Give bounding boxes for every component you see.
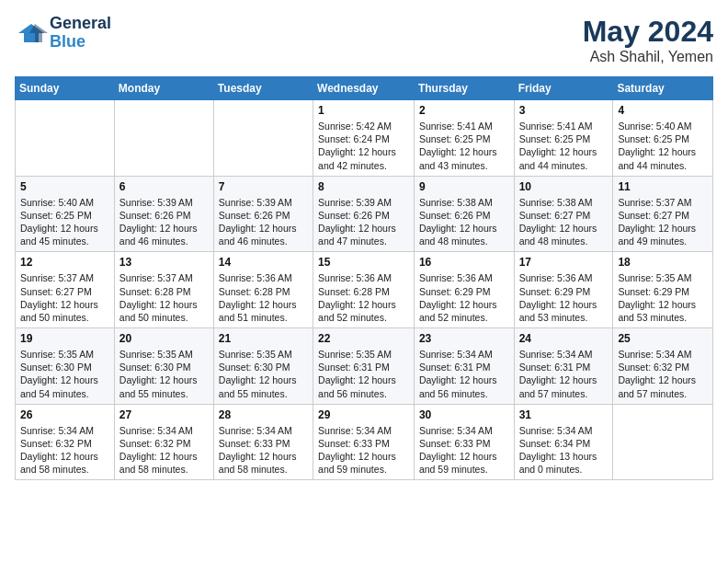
calendar-cell (213, 100, 313, 177)
day-number: 18 (618, 256, 708, 269)
day-number: 15 (318, 256, 409, 269)
day-info: Sunrise: 5:35 AMSunset: 6:29 PMDaylight:… (618, 271, 708, 324)
day-number: 6 (119, 180, 209, 193)
day-number: 13 (119, 256, 209, 269)
day-number: 29 (318, 408, 409, 421)
day-info: Sunrise: 5:35 AMSunset: 6:30 PMDaylight:… (20, 348, 109, 400)
day-number: 27 (119, 408, 209, 421)
calendar-cell: 30Sunrise: 5:34 AMSunset: 6:33 PMDayligh… (414, 404, 514, 480)
calendar-cell (16, 100, 115, 177)
day-info: Sunrise: 5:41 AMSunset: 6:25 PMDaylight:… (519, 120, 609, 172)
calendar-cell: 13Sunrise: 5:37 AMSunset: 6:28 PMDayligh… (114, 252, 213, 328)
calendar-cell: 21Sunrise: 5:35 AMSunset: 6:30 PMDayligh… (213, 328, 313, 405)
weekday-header: Sunday (16, 77, 115, 100)
calendar-week-row: 1Sunrise: 5:42 AMSunset: 6:24 PMDaylight… (16, 100, 713, 177)
calendar-week-row: 5Sunrise: 5:40 AMSunset: 6:25 PMDaylight… (16, 176, 713, 252)
day-info: Sunrise: 5:36 AMSunset: 6:29 PMDaylight:… (419, 271, 509, 324)
calendar-cell: 11Sunrise: 5:37 AMSunset: 6:27 PMDayligh… (613, 176, 713, 252)
page-header: General Blue May 2024 Ash Shahil, Yemen (15, 15, 713, 65)
weekday-header: Friday (514, 77, 613, 100)
day-number: 30 (419, 408, 509, 421)
day-number: 8 (318, 180, 409, 193)
day-number: 4 (618, 104, 708, 117)
day-info: Sunrise: 5:37 AMSunset: 6:28 PMDaylight:… (119, 271, 209, 324)
calendar-cell: 31Sunrise: 5:34 AMSunset: 6:34 PMDayligh… (514, 404, 613, 480)
day-info: Sunrise: 5:38 AMSunset: 6:27 PMDaylight:… (519, 196, 609, 248)
weekday-header-row: SundayMondayTuesdayWednesdayThursdayFrid… (16, 77, 713, 100)
calendar-cell: 19Sunrise: 5:35 AMSunset: 6:30 PMDayligh… (16, 328, 115, 405)
day-number: 1 (318, 104, 409, 117)
day-info: Sunrise: 5:38 AMSunset: 6:26 PMDaylight:… (419, 196, 509, 248)
day-number: 22 (318, 332, 409, 345)
logo-line2: Blue (50, 33, 111, 52)
calendar-cell: 14Sunrise: 5:36 AMSunset: 6:28 PMDayligh… (213, 252, 313, 328)
day-info: Sunrise: 5:34 AMSunset: 6:31 PMDaylight:… (419, 348, 509, 400)
day-info: Sunrise: 5:34 AMSunset: 6:33 PMDaylight:… (419, 424, 509, 477)
day-number: 25 (618, 332, 708, 345)
calendar-cell: 18Sunrise: 5:35 AMSunset: 6:29 PMDayligh… (613, 252, 713, 328)
day-number: 12 (20, 256, 109, 269)
day-info: Sunrise: 5:34 AMSunset: 6:32 PMDaylight:… (119, 424, 209, 477)
day-number: 20 (119, 332, 209, 345)
day-number: 28 (219, 408, 308, 421)
day-info: Sunrise: 5:35 AMSunset: 6:30 PMDaylight:… (119, 348, 209, 400)
calendar-cell: 9Sunrise: 5:38 AMSunset: 6:26 PMDaylight… (414, 176, 514, 252)
logo-line1: General (50, 15, 111, 33)
calendar-cell: 17Sunrise: 5:36 AMSunset: 6:29 PMDayligh… (514, 252, 613, 328)
day-info: Sunrise: 5:34 AMSunset: 6:33 PMDaylight:… (219, 424, 308, 477)
calendar-cell: 12Sunrise: 5:37 AMSunset: 6:27 PMDayligh… (16, 252, 115, 328)
day-info: Sunrise: 5:35 AMSunset: 6:30 PMDaylight:… (219, 348, 308, 400)
logo-icon (15, 20, 48, 46)
day-info: Sunrise: 5:37 AMSunset: 6:27 PMDaylight:… (20, 271, 109, 324)
day-number: 23 (419, 332, 509, 345)
calendar-cell: 16Sunrise: 5:36 AMSunset: 6:29 PMDayligh… (414, 252, 514, 328)
calendar-cell: 10Sunrise: 5:38 AMSunset: 6:27 PMDayligh… (514, 176, 613, 252)
month-title: May 2024 (583, 15, 713, 49)
calendar-cell: 23Sunrise: 5:34 AMSunset: 6:31 PMDayligh… (414, 328, 514, 405)
calendar-table: SundayMondayTuesdayWednesdayThursdayFrid… (15, 76, 713, 480)
calendar-cell: 28Sunrise: 5:34 AMSunset: 6:33 PMDayligh… (213, 404, 313, 480)
calendar-cell: 4Sunrise: 5:40 AMSunset: 6:25 PMDaylight… (613, 100, 713, 177)
day-info: Sunrise: 5:39 AMSunset: 6:26 PMDaylight:… (219, 196, 308, 248)
day-number: 17 (519, 256, 609, 269)
calendar-cell: 25Sunrise: 5:34 AMSunset: 6:32 PMDayligh… (613, 328, 713, 405)
calendar-cell: 29Sunrise: 5:34 AMSunset: 6:33 PMDayligh… (313, 404, 415, 480)
day-info: Sunrise: 5:36 AMSunset: 6:28 PMDaylight:… (219, 271, 308, 324)
calendar-cell (613, 404, 713, 480)
day-info: Sunrise: 5:36 AMSunset: 6:29 PMDaylight:… (519, 271, 609, 324)
day-number: 21 (219, 332, 308, 345)
day-number: 10 (519, 180, 609, 193)
day-info: Sunrise: 5:40 AMSunset: 6:25 PMDaylight:… (20, 196, 109, 248)
day-info: Sunrise: 5:35 AMSunset: 6:31 PMDaylight:… (318, 348, 409, 400)
calendar-cell: 26Sunrise: 5:34 AMSunset: 6:32 PMDayligh… (16, 404, 115, 480)
day-info: Sunrise: 5:36 AMSunset: 6:28 PMDaylight:… (318, 271, 409, 324)
day-number: 7 (219, 180, 308, 193)
calendar-cell: 6Sunrise: 5:39 AMSunset: 6:26 PMDaylight… (114, 176, 213, 252)
calendar-cell: 24Sunrise: 5:34 AMSunset: 6:31 PMDayligh… (514, 328, 613, 405)
calendar-cell: 20Sunrise: 5:35 AMSunset: 6:30 PMDayligh… (114, 328, 213, 405)
day-number: 5 (20, 180, 109, 193)
calendar-cell: 7Sunrise: 5:39 AMSunset: 6:26 PMDaylight… (213, 176, 313, 252)
day-number: 3 (519, 104, 609, 117)
day-number: 14 (219, 256, 308, 269)
day-number: 19 (20, 332, 109, 345)
day-number: 31 (519, 408, 609, 421)
weekday-header: Thursday (414, 77, 514, 100)
day-info: Sunrise: 5:39 AMSunset: 6:26 PMDaylight:… (119, 196, 209, 248)
weekday-header: Monday (114, 77, 213, 100)
day-number: 26 (20, 408, 109, 421)
day-info: Sunrise: 5:34 AMSunset: 6:33 PMDaylight:… (318, 424, 409, 477)
calendar-cell: 1Sunrise: 5:42 AMSunset: 6:24 PMDaylight… (313, 100, 415, 177)
day-info: Sunrise: 5:37 AMSunset: 6:27 PMDaylight:… (618, 196, 708, 248)
calendar-cell: 15Sunrise: 5:36 AMSunset: 6:28 PMDayligh… (313, 252, 415, 328)
weekday-header: Saturday (613, 77, 713, 100)
calendar-week-row: 19Sunrise: 5:35 AMSunset: 6:30 PMDayligh… (16, 328, 713, 405)
day-info: Sunrise: 5:40 AMSunset: 6:25 PMDaylight:… (618, 120, 708, 172)
day-info: Sunrise: 5:34 AMSunset: 6:32 PMDaylight:… (20, 424, 109, 477)
day-info: Sunrise: 5:34 AMSunset: 6:32 PMDaylight:… (618, 348, 708, 400)
calendar-cell: 22Sunrise: 5:35 AMSunset: 6:31 PMDayligh… (313, 328, 415, 405)
weekday-header: Wednesday (313, 77, 415, 100)
calendar-cell (114, 100, 213, 177)
logo: General Blue (15, 15, 111, 52)
day-number: 9 (419, 180, 509, 193)
